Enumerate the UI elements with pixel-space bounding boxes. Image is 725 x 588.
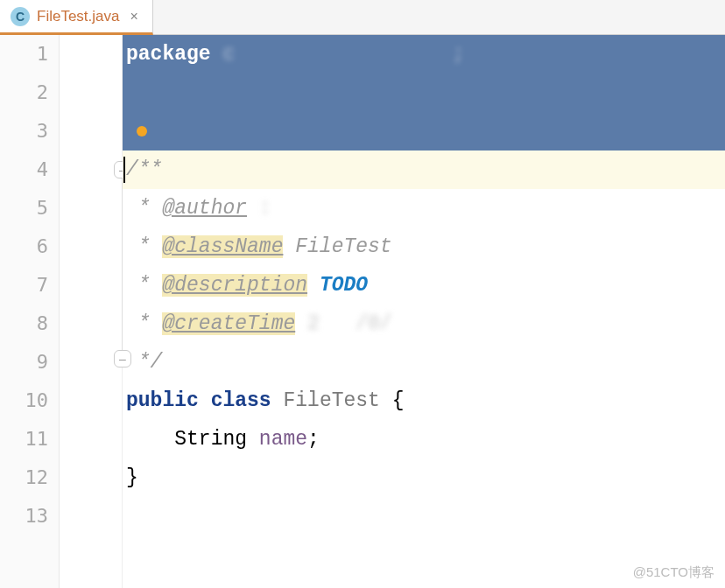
author-value: : xyxy=(247,197,392,220)
code-line[interactable]: String name; xyxy=(123,420,725,458)
warning-dot-icon xyxy=(137,126,147,136)
classname-value: FileTest xyxy=(283,235,391,258)
code-line[interactable] xyxy=(123,112,725,150)
code-line[interactable]: * @description TODO xyxy=(123,266,725,304)
line-number: 11 xyxy=(0,420,59,458)
keyword-class: class xyxy=(211,389,271,412)
line-number: 1 xyxy=(0,35,59,74)
field-name: name xyxy=(259,428,307,451)
code-line[interactable]: */ xyxy=(123,343,725,382)
line-number: 9 xyxy=(0,343,59,382)
code-line[interactable] xyxy=(123,74,725,112)
editor-area: 1 2 3 4 5 6 7 8 9 10 11 12 13 – – packag… xyxy=(0,35,725,588)
doc-close: */ xyxy=(126,351,162,374)
editor-tab[interactable]: C FileTest.java × xyxy=(0,0,153,35)
line-number: 6 xyxy=(0,228,59,266)
code-line[interactable] xyxy=(123,497,725,536)
code-line[interactable]: * @className FileTest xyxy=(123,228,725,266)
doc-tag-createtime: @createTime xyxy=(162,312,295,335)
doc-tag-author: @author xyxy=(162,197,247,220)
doc-open: /** xyxy=(126,158,162,181)
code-line[interactable]: } xyxy=(123,458,725,497)
fold-gutter: – – xyxy=(60,35,123,588)
tab-bar: C FileTest.java × xyxy=(0,0,725,35)
line-number: 7 xyxy=(0,266,59,304)
doc-tag-description: @description xyxy=(162,274,307,297)
tab-filename: FileTest.java xyxy=(37,8,119,25)
keyword-public: public xyxy=(126,389,199,412)
class-identifier: FileTest xyxy=(283,389,379,412)
code-editor[interactable]: package c ; /** * @author : * @className… xyxy=(123,35,725,588)
doc-tag-classname: @className xyxy=(162,235,283,258)
close-icon[interactable]: × xyxy=(126,9,141,24)
line-number: 8 xyxy=(0,304,59,343)
line-number: 5 xyxy=(0,189,59,228)
line-number: 3 xyxy=(0,112,59,150)
watermark: @51CTO博客 xyxy=(633,564,714,581)
code-line[interactable]: * @author : xyxy=(123,189,725,228)
code-line[interactable]: * @createTime 2 /0/ xyxy=(123,304,725,343)
line-number: 2 xyxy=(0,74,59,112)
code-line[interactable]: package c ; xyxy=(123,35,725,74)
code-line[interactable]: public class FileTest { xyxy=(123,382,725,420)
line-number: 10 xyxy=(0,382,59,420)
field-type: String xyxy=(174,428,247,451)
line-number-gutter: 1 2 3 4 5 6 7 8 9 10 11 12 13 xyxy=(0,35,60,588)
keyword-package: package xyxy=(126,43,211,66)
code-line[interactable]: /** xyxy=(123,150,725,189)
package-name: c ; xyxy=(211,43,465,66)
java-class-icon: C xyxy=(11,7,30,26)
todo-marker: TODO xyxy=(320,274,368,297)
line-number: 13 xyxy=(0,497,59,536)
text-caret xyxy=(123,157,125,183)
line-number: 12 xyxy=(0,458,59,497)
line-number: 4 xyxy=(0,150,59,189)
createtime-value: 2 /0/ xyxy=(295,312,524,335)
